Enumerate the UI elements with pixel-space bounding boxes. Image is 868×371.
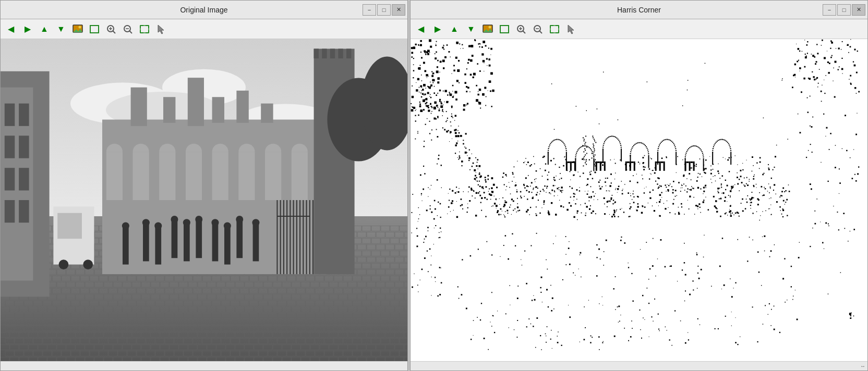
- pointer-button[interactable]: [154, 22, 168, 36]
- harris-corner-canvas: [411, 39, 867, 361]
- right-statusbar: ↔: [411, 361, 867, 370]
- left-window: Original Image − □ ✕ ◀ ▶ ▲ ▼: [0, 0, 408, 371]
- left-toolbar: ◀ ▶ ▲ ▼: [1, 19, 407, 39]
- left-title-bar: Original Image − □ ✕: [1, 1, 407, 19]
- right-window-controls: − □ ✕: [823, 4, 865, 16]
- right-back-button[interactable]: ◀: [414, 22, 428, 36]
- right-close-button[interactable]: ✕: [852, 4, 865, 16]
- right-frame-button[interactable]: [497, 22, 512, 36]
- right-down-button[interactable]: ▼: [464, 22, 478, 36]
- left-image-area: [1, 39, 407, 361]
- right-image-area: [411, 39, 867, 361]
- svg-point-23: [489, 26, 491, 28]
- svg-rect-3: [90, 26, 99, 33]
- svg-marker-41: [568, 25, 574, 34]
- svg-line-26: [523, 31, 526, 33]
- back-button[interactable]: ◀: [4, 22, 18, 36]
- right-up-button[interactable]: ▲: [447, 22, 462, 36]
- svg-line-9: [130, 31, 132, 33]
- down-button[interactable]: ▼: [54, 22, 68, 36]
- left-statusbar: [1, 361, 407, 370]
- up-button[interactable]: ▲: [37, 22, 52, 36]
- svg-marker-20: [158, 25, 164, 34]
- right-window: Harris Corner − □ ✕ ◀ ▶ ▲ ▼: [410, 0, 868, 371]
- right-forward-button[interactable]: ▶: [430, 22, 445, 36]
- right-pointer-button[interactable]: [564, 22, 578, 36]
- image-button[interactable]: [70, 22, 85, 36]
- fit-button[interactable]: [137, 22, 152, 36]
- frame-button[interactable]: [87, 22, 102, 36]
- right-toolbar: ◀ ▶ ▲ ▼: [411, 19, 867, 39]
- right-window-title: Harris Corner: [617, 6, 661, 14]
- right-image-button[interactable]: [480, 22, 495, 36]
- left-close-button[interactable]: ✕: [392, 4, 405, 16]
- left-minimize-button[interactable]: −: [363, 4, 376, 16]
- zoom-in-button[interactable]: [104, 22, 118, 36]
- right-maximize-button[interactable]: □: [837, 4, 851, 16]
- original-image-canvas: [1, 39, 407, 361]
- left-window-title: Original Image: [180, 6, 227, 14]
- svg-rect-11: [140, 26, 149, 33]
- right-status-text: ↔: [860, 363, 865, 369]
- right-fit-button[interactable]: [547, 22, 562, 36]
- svg-line-5: [113, 31, 116, 33]
- right-zoom-in-button[interactable]: [514, 22, 528, 36]
- zoom-out-button[interactable]: [120, 22, 135, 36]
- left-maximize-button[interactable]: □: [377, 4, 391, 16]
- forward-button[interactable]: ▶: [20, 22, 35, 36]
- right-zoom-out-button[interactable]: [531, 22, 545, 36]
- svg-rect-32: [550, 26, 559, 33]
- svg-rect-24: [500, 26, 509, 33]
- svg-line-30: [540, 31, 542, 33]
- svg-point-2: [79, 26, 81, 28]
- left-window-controls: − □ ✕: [363, 4, 405, 16]
- right-minimize-button[interactable]: −: [823, 4, 836, 16]
- right-title-bar: Harris Corner − □ ✕: [411, 1, 867, 19]
